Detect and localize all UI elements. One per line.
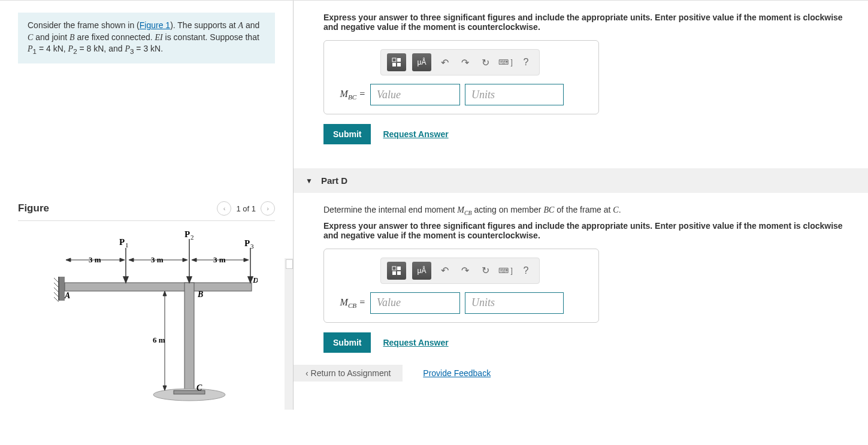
svg-rect-8: [185, 283, 194, 392]
provide-feedback-link[interactable]: Provide Feedback: [423, 368, 491, 378]
redo-button[interactable]: ↷: [458, 54, 472, 71]
svg-marker-16: [248, 277, 253, 283]
part-c-units-input[interactable]: [465, 84, 564, 105]
part-d-toolbar: μÅ ↶ ↷ ↻ ⌨ ] ?: [380, 258, 540, 284]
svg-marker-25: [244, 258, 249, 262]
svg-text:P: P: [185, 230, 190, 239]
keyboard-button[interactable]: ⌨ ]: [498, 54, 513, 71]
svg-marker-28: [163, 386, 167, 390]
svg-rect-49: [392, 271, 396, 275]
return-to-assignment-button[interactable]: ‹ Return to Assignment: [294, 365, 403, 382]
svg-rect-48: [397, 267, 401, 270]
svg-text:P: P: [119, 237, 125, 247]
svg-line-5: [54, 292, 59, 297]
svg-line-4: [54, 287, 59, 292]
svg-text:P: P: [244, 238, 250, 248]
redo-button[interactable]: ↷: [458, 262, 472, 279]
part-d-instruction: Express your answer to three significant…: [323, 221, 844, 240]
svg-rect-7: [65, 283, 252, 291]
svg-marker-22: [183, 258, 187, 262]
svg-rect-46: [397, 63, 401, 66]
svg-text:1: 1: [125, 241, 129, 249]
special-chars-button[interactable]: μÅ: [412, 53, 431, 71]
part-c-answer-box: μÅ ↶ ↷ ↻ ⌨ ] ? MBC =: [323, 40, 599, 114]
svg-marker-21: [129, 258, 134, 262]
part-c-variable-label: MBC =: [332, 89, 365, 101]
svg-text:3 m: 3 m: [151, 255, 164, 264]
reset-button[interactable]: ↻: [478, 54, 492, 71]
chevron-down-icon: ▼: [306, 177, 313, 185]
part-d-units-input[interactable]: [465, 292, 564, 314]
svg-text:D: D: [252, 276, 258, 284]
part-d-submit-button[interactable]: Submit: [323, 332, 371, 353]
figure-link[interactable]: Figure 1: [140, 20, 170, 30]
svg-rect-50: [397, 271, 401, 275]
figure-pager: 1 of 1: [236, 204, 256, 213]
scrollbar[interactable]: [285, 258, 293, 410]
part-d-prompt: Determine the internal end moment MCB ac…: [323, 205, 844, 216]
svg-text:3 m: 3 m: [213, 255, 226, 264]
svg-text:C: C: [196, 383, 202, 392]
svg-rect-0: [59, 277, 65, 301]
part-c-instruction: Express your answer to three significant…: [323, 13, 844, 32]
help-button[interactable]: ?: [519, 262, 533, 279]
svg-marker-14: [187, 277, 192, 283]
special-chars-button[interactable]: μÅ: [412, 262, 431, 280]
problem-statement: Consider the frame shown in (Figure 1). …: [18, 13, 275, 63]
svg-rect-47: [392, 267, 396, 270]
undo-button[interactable]: ↶: [437, 54, 452, 71]
svg-text:6 m: 6 m: [153, 335, 165, 344]
part-c-value-input[interactable]: [370, 84, 460, 105]
figure-diagram: P 1 P 2 P 3 3 m 3 m 3 m 6 m A B D C: [18, 230, 275, 410]
undo-button[interactable]: ↶: [437, 262, 452, 279]
templates-button[interactable]: [387, 53, 406, 71]
part-c-toolbar: μÅ ↶ ↷ ↻ ⌨ ] ?: [380, 49, 540, 75]
svg-line-2: [54, 278, 59, 283]
part-d-title: Part D: [321, 175, 347, 186]
svg-marker-19: [120, 258, 125, 262]
help-button[interactable]: ?: [519, 54, 533, 71]
reset-button[interactable]: ↻: [478, 262, 492, 279]
figure-title: Figure: [18, 202, 49, 214]
part-d-header[interactable]: ▼ Part D: [294, 168, 868, 193]
keyboard-button[interactable]: ⌨ ]: [498, 262, 513, 279]
part-c-submit-button[interactable]: Submit: [323, 124, 371, 144]
svg-marker-18: [66, 258, 71, 262]
part-d-variable-label: MCB =: [332, 297, 365, 309]
svg-line-3: [54, 283, 59, 287]
part-c-request-answer-link[interactable]: Request Answer: [383, 129, 448, 139]
svg-marker-27: [163, 291, 167, 296]
svg-rect-44: [397, 58, 401, 62]
svg-text:A: A: [64, 291, 70, 300]
svg-text:B: B: [197, 290, 203, 299]
svg-text:2: 2: [190, 234, 194, 241]
svg-marker-12: [123, 277, 128, 283]
figure-next-button[interactable]: ›: [261, 201, 275, 216]
part-d-answer-box: μÅ ↶ ↷ ↻ ⌨ ] ? MCB =: [323, 249, 599, 323]
templates-button[interactable]: [387, 262, 406, 280]
svg-rect-45: [392, 63, 396, 66]
svg-line-6: [54, 297, 59, 302]
part-d-value-input[interactable]: [370, 292, 460, 314]
svg-text:3 m: 3 m: [89, 255, 101, 264]
svg-text:3: 3: [250, 243, 254, 250]
figure-prev-button[interactable]: ‹: [217, 201, 231, 216]
svg-rect-43: [392, 58, 396, 62]
svg-marker-24: [192, 258, 196, 262]
part-d-request-answer-link[interactable]: Request Answer: [383, 338, 448, 347]
